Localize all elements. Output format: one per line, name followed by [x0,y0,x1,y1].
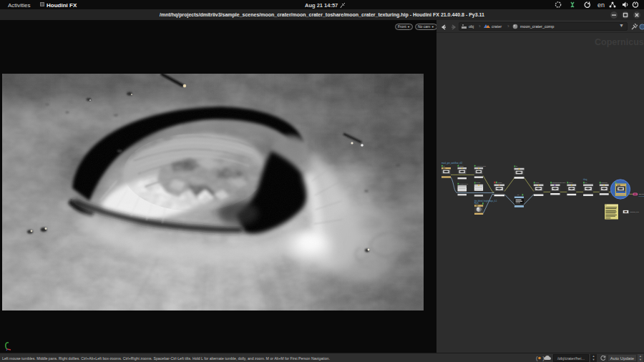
svg-text:mask_gen_workflow_v02: mask_gen_workflow_v02 [441,162,463,165]
svg-text:tile: tile [585,182,588,183]
svg-text:en: en [597,1,605,9]
svg-text:preview: preview [639,195,644,197]
svg-text:blur1: blur1 [569,182,573,183]
svg-text:comb: comb [498,182,502,183]
svg-text:grad1: grad1 [459,165,464,167]
svg-text:sz: sz [517,194,519,195]
svg-text:Rock: Rock [474,202,479,205]
svg-text:hf: hf [516,165,517,167]
svg-text:ht: ht [443,165,444,167]
svg-text:GLTF2_exp: GLTF2_exp [630,211,639,213]
svg-text:ao01: ao01 [535,182,540,183]
svg-text:remapcurve: remapcurve [459,183,469,185]
svg-text:tiling: tiling [583,178,587,181]
svg-text:(: ( [535,355,539,361]
svg-text:flowmap: flowmap [601,182,608,183]
svg-text:shadowandtexgen: shadowandtexgen [552,182,566,183]
svg-text:grad2: grad2 [476,182,481,183]
svg-text:erodepreproc: erodepreproc [476,165,487,167]
